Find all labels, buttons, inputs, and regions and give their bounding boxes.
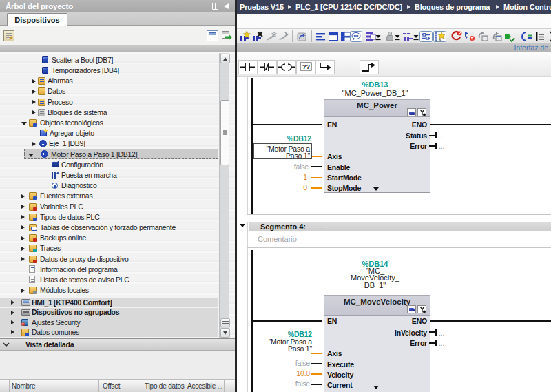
svg-text:??: ?? [302, 63, 310, 70]
